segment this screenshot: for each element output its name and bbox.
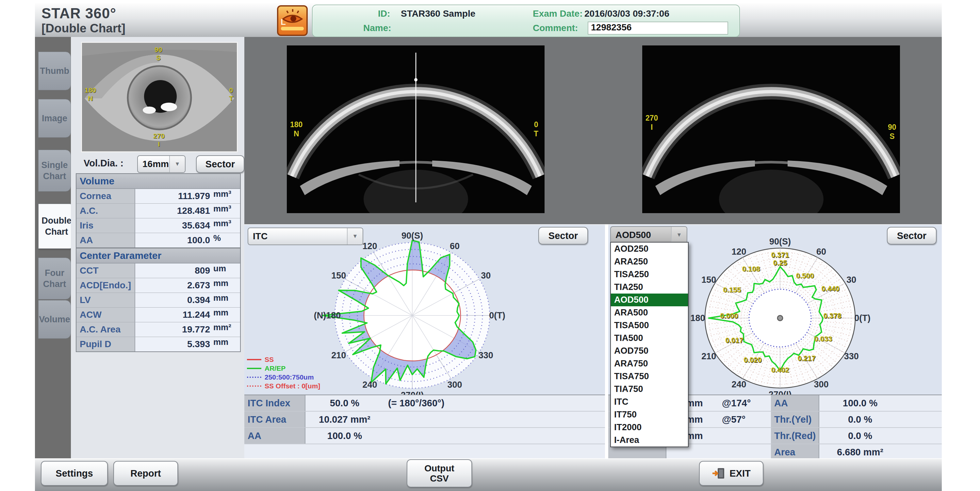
vol-dia-dropdown[interactable]: 16mm ▼: [137, 155, 186, 173]
svg-text:300: 300: [447, 380, 462, 390]
volume-row-label: Cornea: [76, 189, 135, 203]
center-parameter-row-label: LV: [76, 293, 135, 307]
dropdown-option-tia500[interactable]: TIA500: [611, 332, 688, 344]
center-parameter-row-value: 0.394: [135, 293, 210, 307]
sidebar-tab-double-chart[interactable]: DoubleChart: [38, 204, 75, 249]
legend-swatch: [247, 376, 261, 378]
dropdown-option-tisa750[interactable]: TISA750: [611, 370, 688, 383]
eye-thumbnail-image[interactable]: 90S 180N 0T 270I: [81, 42, 238, 152]
legend-item: AR/EP: [247, 364, 320, 373]
result-value: 10.027 mm²: [305, 411, 384, 427]
oct-right-graphic: [642, 45, 900, 213]
oct-scan-left-image[interactable]: 180N 0T: [287, 45, 544, 213]
vol-dia-value: 16mm: [138, 159, 169, 169]
result-angle: @57°: [722, 411, 771, 427]
aod500-polar-chart: 0(T)306090(S)120150180210240270(I)300330…: [670, 228, 885, 400]
left-eye-icon: L: [277, 5, 308, 36]
dropdown-option-tia750[interactable]: TIA750: [611, 383, 688, 395]
svg-text:330: 330: [479, 351, 493, 360]
svg-text:210: 210: [702, 351, 716, 361]
dropdown-option-aod750[interactable]: AOD750: [611, 344, 688, 357]
svg-text:0.402: 0.402: [771, 366, 789, 374]
result-angle: @174°: [722, 395, 771, 411]
svg-text:240: 240: [732, 379, 746, 389]
sidebar-tab-volume[interactable]: Volume: [38, 300, 71, 339]
oct-right-superior-label: 90S: [888, 123, 896, 141]
dropdown-option-aod500[interactable]: AOD500: [611, 293, 688, 306]
sidebar-tab-single-chart[interactable]: SingleChart: [38, 150, 71, 191]
itc-result-row: ITC Area10.027 mm²: [244, 411, 605, 428]
exit-button[interactable]: EXIT: [699, 461, 764, 486]
chevron-down-icon[interactable]: ▼: [169, 156, 185, 172]
dropdown-option-tia250[interactable]: TIA250: [611, 281, 688, 293]
sidebar-tab-image[interactable]: Image: [38, 99, 71, 138]
volume-table: VolumeCornea111.979mm³A.C.128.481mm³Iris…: [76, 173, 241, 248]
thumb-sector-button[interactable]: Sector: [196, 155, 244, 173]
volume-row-unit: mm³: [210, 189, 240, 203]
oct-left-graphic: [287, 45, 544, 213]
tab-label-line: Four: [45, 268, 64, 279]
dropdown-option-it2000[interactable]: IT2000: [611, 421, 688, 434]
dropdown-option-i-area[interactable]: I-Area: [611, 434, 688, 446]
center-parameter-row-value: 19.772: [135, 322, 210, 337]
svg-text:90(S): 90(S): [769, 237, 791, 247]
dropdown-option-tisa250[interactable]: TISA250: [611, 268, 688, 281]
center-parameter-row: CCT809um: [76, 263, 240, 278]
dropdown-option-tisa500[interactable]: TISA500: [611, 319, 688, 332]
oct-scan-right-image[interactable]: 270I 90S: [642, 45, 900, 213]
result-label: Area: [771, 444, 819, 460]
dropdown-option-it750[interactable]: IT750: [611, 408, 688, 421]
tab-label-line: Single: [41, 159, 68, 171]
result-note: [388, 428, 519, 443]
svg-text:30: 30: [846, 275, 856, 285]
exit-label: EXIT: [729, 468, 750, 479]
svg-text:0.108: 0.108: [742, 265, 760, 273]
settings-button[interactable]: Settings: [41, 461, 108, 486]
dropdown-option-ara250[interactable]: ARA250: [611, 255, 688, 268]
output-csv-line2: CSV: [430, 473, 449, 483]
name-label: Name:: [363, 23, 391, 33]
result-value: 0.0 %: [819, 411, 901, 427]
vol-dia-label: Vol.Dia. :: [84, 158, 124, 169]
result-note: [388, 411, 519, 427]
svg-text:0.25: 0.25: [773, 258, 787, 267]
oct-scan-zone: 180N 0T 270I 90S: [244, 37, 942, 224]
eye-side-letter: L: [281, 17, 286, 27]
comment-input[interactable]: 12982356: [588, 22, 728, 35]
report-button[interactable]: Report: [113, 461, 178, 486]
comment-label: Comment:: [533, 23, 578, 33]
result-unit: mm: [686, 411, 725, 427]
center-parameter-row-unit: mm: [210, 337, 240, 351]
volume-row: Iris35.634mm³: [76, 218, 240, 233]
thumb-label-inferior: 270I: [153, 132, 165, 148]
sidebar-tab-four-chart[interactable]: FourChart: [38, 258, 71, 300]
center-parameter-row: A.C. Area19.772mm²: [76, 322, 240, 337]
svg-text:0.033: 0.033: [814, 335, 832, 343]
sidebar: ThumbImageSingleChartDoubleChartFourChar…: [35, 37, 71, 458]
left-chart-legend: SSAR/EP250:500:750umSS Offset : 0[um]: [247, 355, 320, 390]
right-chart-sector-button[interactable]: Sector: [887, 227, 937, 244]
result-unit: mm: [686, 428, 725, 443]
dropdown-option-aod250[interactable]: AOD250: [611, 242, 688, 255]
svg-text:0.440: 0.440: [822, 284, 840, 293]
oct-left-temporal-label: 0T: [534, 120, 538, 138]
result-label: AA: [771, 395, 819, 411]
dropdown-option-ara500[interactable]: ARA500: [611, 306, 688, 319]
sidebar-tab-thumb[interactable]: Thumb: [38, 52, 71, 90]
volume-row-value: 100.0: [135, 233, 210, 247]
result-note: (= 180°/360°): [388, 395, 519, 411]
itc-polar-chart: 0(T)306090(S)120150(N)180210240270(I)300…: [307, 228, 523, 400]
svg-text:240: 240: [362, 380, 377, 390]
dropdown-option-itc[interactable]: ITC: [611, 395, 688, 408]
result-value: [305, 444, 384, 460]
left-chart-sector-button[interactable]: Sector: [538, 227, 588, 244]
legend-swatch: [247, 368, 261, 369]
output-csv-button[interactable]: Output CSV: [407, 459, 472, 488]
result-angle: [722, 444, 771, 460]
center-parameter-row-label: A.C. Area: [76, 322, 135, 337]
volume-row: A.C.128.481mm³: [76, 204, 240, 218]
left-parameter-panel: 90S 180N 0T 270I Vol.Dia. : 16mm ▼ Secto…: [71, 37, 244, 458]
dropdown-option-ara750[interactable]: ARA750: [611, 357, 688, 370]
svg-text:0.000: 0.000: [720, 311, 738, 320]
volume-row-unit: mm³: [210, 204, 240, 218]
